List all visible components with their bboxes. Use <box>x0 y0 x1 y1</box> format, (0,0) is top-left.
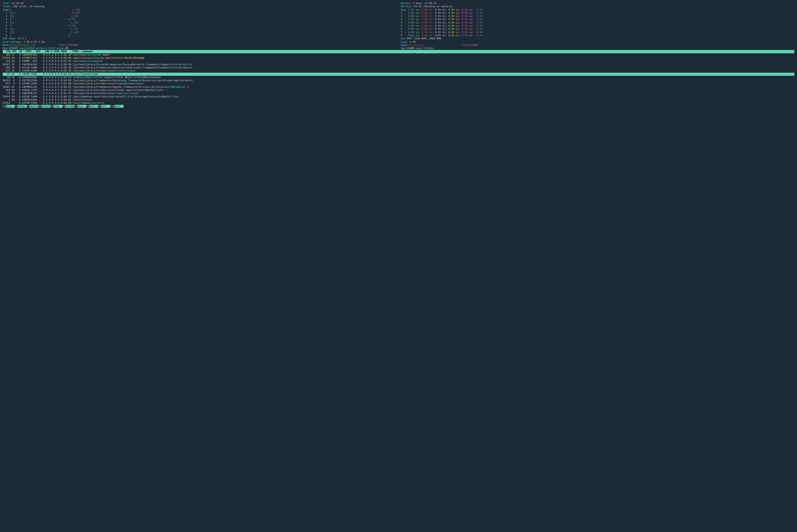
cpu-bar-1: 1 [||| 5.9%] <box>3 12 396 15</box>
cpu-bar-4: 4 [|| 3.3%] <box>3 21 396 24</box>
process-list[interactable]: 306 37 0 2465M16164 0 S 0.1 0.1 0:01.20 … <box>3 53 794 105</box>
time-label: Time: <box>3 2 12 5</box>
process-row[interactable]: 55633 63 0 2835M 140M 0 S 2.8 0.9 0:00.5… <box>3 95 794 98</box>
footer-label[interactable]: Quit <box>114 105 124 108</box>
footer-label[interactable]: Tree <box>53 105 62 108</box>
swp-label: Swp <box>401 44 405 46</box>
avg-pct: 2.1% <box>72 8 78 11</box>
process-row[interactable]: 47452 0 2479M 5208 0 S 0.0 0.0 0:00.00 /… <box>3 101 794 104</box>
footer-key-F10[interactable]: F10 <box>110 105 114 108</box>
process-row[interactable]: 56367 31 0 2462M16160 0 S 0.0 0.1 0:00.0… <box>3 63 794 66</box>
mem-value: 6695/16384MB <box>59 44 77 46</box>
left-stats: Time: 11:10:20 Tasks: 246 total, 14 runn… <box>3 2 396 50</box>
footer-key-F3[interactable]: F3 <box>26 105 30 108</box>
process-row[interactable]: 77 37 0 2487M36176 0 S 0.0 0.2 0:01.01 /… <box>3 92 794 95</box>
footer-key-F1[interactable]: F1 <box>3 105 6 108</box>
process-row[interactable]: 56063 41 0 2456M52220 0 S 4.3 0.7 0:00.0… <box>3 86 794 89</box>
mem-detail-1: Mem: <box>3 47 9 50</box>
fan-label: Fan RPM: <box>401 37 414 40</box>
process-row[interactable]: 314 63 0 4301M 115M 0 R 0.0 0.7 0:01.17 … <box>3 89 794 92</box>
footer-key-F6[interactable]: F6 <box>62 105 65 108</box>
footer-key-F7[interactable]: F7 <box>74 105 77 108</box>
cpu-bar-3: 3 [ 0.6%] <box>3 18 396 21</box>
footer-key-F2[interactable]: F2 <box>15 105 18 108</box>
cpu-temp-value: 57.3 C <box>18 37 26 40</box>
cpu-temp-label: CPU Temp: <box>3 37 18 40</box>
cpu-detail-row: Avg: 1.1% sy: 1.0% ni: 0.0% hi: 0.0% si:… <box>401 8 795 12</box>
process-row[interactable]: 817 4 0 2479M 2640 0 S 0.0 0.0 0:00.00 /… <box>3 82 794 85</box>
process-row[interactable]: 56350 46 0 2736M71424 0 S 0.0 0.4 0:00.0… <box>3 56 794 60</box>
cpu-detail-row: 8 : 0.0% sy: 0.0% ni: 0.0% hi: 0.0% si: … <box>401 34 795 37</box>
battery-value: 61.0% (Running on battery) <box>414 5 453 8</box>
process-row[interactable]: 50 31 0 2492M14384 0 S 0.0 0.1 0:02.53 /… <box>3 76 794 79</box>
load-label: Load: <box>401 40 410 43</box>
right-stats: Uptime: 3 days, 21:06:26 Battery: 61.0% … <box>401 2 795 50</box>
htop-terminal: Time: 11:10:20 Tasks: 246 total, 14 runn… <box>0 0 797 532</box>
footer-label[interactable]: Help <box>6 105 15 108</box>
fan-value: 2160 RPM, 2002 RPM <box>414 37 441 40</box>
cpu-detail-row: 1 : 2.6% sy: 3.3% ni: 0.0% hi: 0.0% si: … <box>401 12 795 15</box>
footer-bar: F1Help F2Setup F3SearchF4InvertF5Tree F6… <box>3 105 794 108</box>
time-value: 11:10:20 <box>12 2 24 5</box>
process-columns-header[interactable]: PID PRI NI VIRT RES SHR S CPU% MEM% TIME… <box>3 50 794 53</box>
load-value: 2.90 <box>410 40 416 43</box>
cpu-detail-row: 2 : 0.0% sy: 0.0% ni: 0.0% hi: 0.0% si: … <box>401 15 795 18</box>
footer-label[interactable]: Nice + <box>89 105 98 108</box>
tasks-value: 246 total, 14 running <box>13 5 44 8</box>
process-row[interactable]: 1 48 0 2481M12164 0 S 0.0 0.1 0:03.82 /s… <box>3 98 794 101</box>
process-row[interactable]: 56353 4 0 2977M12308 0 R 0.0 0.1 0:00.00… <box>3 79 794 82</box>
tasks-label: Tasks: <box>3 5 13 8</box>
process-row[interactable]: 306 37 0 2465M16164 0 S 0.1 0.1 0:01.20 … <box>3 53 794 56</box>
cpu-detail-row: 3 : 2.0% sy: 2.0% ni: 0.0% hi: 0.0% si: … <box>401 18 795 21</box>
process-row[interactable]: 156 79 0 6311M 148M 0 S 2.0 0.9 0:38.39 … <box>3 66 794 69</box>
footer-label[interactable]: Invert <box>41 105 51 108</box>
load-avg-value: 2.90 2.87 2.38 <box>24 40 44 43</box>
avg-label: Avg <box>3 8 7 11</box>
cpu-bar-6: 6 [|| 3.3%] <box>3 27 396 31</box>
cpu-detail-row: 5 : 2.0% sy: 1.3% ni: 0.0% hi: 0.0% si: … <box>401 24 795 27</box>
cpu-detail-row: 4 : 0.6% sy: 0.0% ni: 0.0% hi: 0.0% si: … <box>401 21 795 24</box>
footer-key-F5[interactable]: F5 <box>51 105 53 108</box>
footer-label[interactable]: SortBy <box>65 105 74 108</box>
mem-label: Mem <box>3 44 7 46</box>
footer-label[interactable]: Setup <box>18 105 26 108</box>
footer-key-F4[interactable]: F4 <box>38 105 41 108</box>
cpu-bar-5: 5 [ 0.0%] <box>3 24 396 27</box>
footer-label[interactable]: Kill <box>101 105 110 108</box>
cpu-detail-row: 7 : 2.0% sy: 1.3% ni: 0.0% hi: 0.0% si: … <box>401 31 795 34</box>
footer-key-F9[interactable]: F9 <box>98 105 101 108</box>
process-row[interactable]: 137 31 0 2540M 8180 0 S 0.0 0.0 0:00.19 … <box>3 69 794 72</box>
swp-value: 716/2048MB <box>461 44 476 46</box>
battery-label: Battery: <box>401 5 414 8</box>
cpu-bar-7: 7 [|| 3.3%] <box>3 31 396 34</box>
cpu-bar-2: 2 [|| 3.9%] <box>3 15 396 18</box>
load-avg-label: Load average: <box>3 40 24 43</box>
footer-key-F8[interactable]: F8 <box>86 105 89 108</box>
cpu-detail-row: 6 : 0.0% sy: 0.0% ni: 0.0% hi: 0.0% si: … <box>401 27 795 31</box>
header-section: Time: 11:10:20 Tasks: 246 total, 14 runn… <box>3 2 794 50</box>
footer-label[interactable]: Search <box>30 105 38 108</box>
footer-label[interactable]: Nice - <box>77 105 86 108</box>
cpu-bar-8: 8 [ ] <box>3 34 396 37</box>
uptime-label: Uptime: <box>401 2 413 5</box>
uptime-value: 3 days, 21:06:26 <box>413 2 436 5</box>
process-row[interactable]: 318 63 0 2488M 428 0 S 0.0 0.0 0:01.87 /… <box>3 60 794 63</box>
process-row[interactable]: 97 63 0 2457M 4580 0 S 0.0 0.0 0:04.58 /… <box>3 73 794 76</box>
